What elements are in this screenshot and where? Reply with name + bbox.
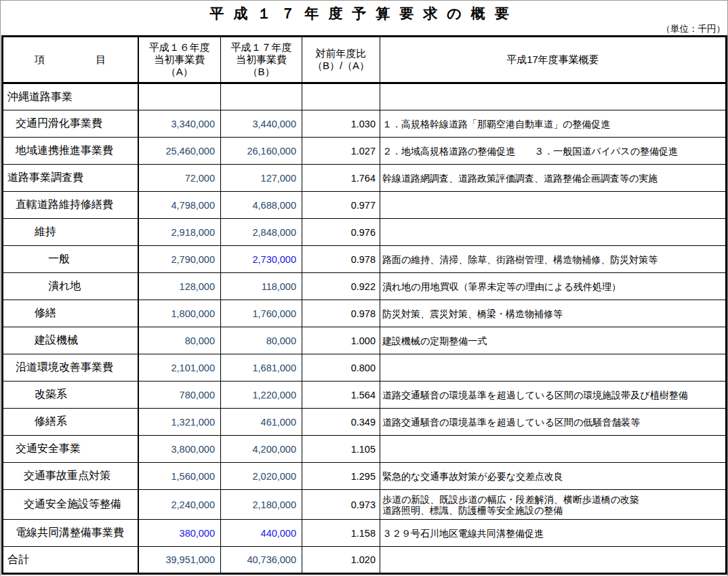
row-item-label: 地域連携推進事業費: [3, 138, 138, 165]
row-summary-text: 道路交通騒音の環境基準を超過している区間の低騒音舗装等: [380, 409, 727, 436]
row-summary-text: 建設機械の定期整備一式: [380, 327, 727, 354]
row-summary-text: 防災対策、震災対策、橋梁・構造物補修等: [380, 300, 727, 327]
row-fy16-value: 25,460,000: [138, 138, 221, 165]
row-item-label: 直轄道路維持修繕費: [3, 192, 138, 219]
row-ratio-value: 0.976: [302, 219, 380, 246]
header-year-on-year-ratio: 対前年度比 （B）/（A）: [302, 37, 380, 83]
table-row: 交通事故重点対策1,560,0002,020,0001.295緊急的な交通事故対…: [3, 463, 727, 490]
row-item-label: 維持: [3, 219, 138, 246]
unit-note: （単位：千円）: [1, 23, 727, 35]
table-row: 修繕系1,321,000461,0000.349道路交通騒音の環境基準を超過して…: [3, 409, 727, 436]
row-item-label: 潰れ地: [3, 273, 138, 300]
row-fy17-value: 2,848,000: [221, 219, 302, 246]
row-ratio-value: 0.800: [302, 354, 380, 382]
row-item-label: 沿道環境改善事業費: [3, 354, 138, 382]
row-fy17-value: 2,180,000: [221, 490, 302, 520]
row-item-label: 道路事業調査費: [3, 165, 138, 192]
row-fy17-value: 118,000: [221, 273, 302, 300]
row-summary-text: [380, 436, 727, 463]
row-summary-text: [380, 354, 727, 382]
table-row: 直轄道路維持修繕費4,798,0004,688,0000.977: [3, 192, 727, 219]
row-ratio-value: 0.922: [302, 273, 380, 300]
row-item-label: 交通事故重点対策: [3, 463, 138, 490]
table-row: 交通安全施設等整備2,240,0002,180,0000.973歩道の新設、既設…: [3, 490, 727, 520]
row-ratio-value: 0.978: [302, 300, 380, 327]
row-fy16-value: 1,560,000: [138, 463, 221, 490]
row-ratio-value: 1.020: [302, 547, 380, 574]
row-item-label: 合計: [3, 547, 138, 574]
row-ratio-value: 1.564: [302, 382, 380, 409]
table-row: 改築系780,0001,220,0001.564道路交通騒音の環境基準を超過して…: [3, 382, 727, 409]
row-fy17-value: 80,000: [221, 327, 302, 354]
row-fy17-value: 461,000: [221, 409, 302, 436]
row-item-label: 電線共同溝整備事業費: [3, 520, 138, 547]
row-fy16-value: 780,000: [138, 382, 221, 409]
row-fy17-value: 440,000: [221, 520, 302, 547]
row-item-label: 修繕系: [3, 409, 138, 436]
row-fy16-value: 3,800,000: [138, 436, 221, 463]
row-ratio-value: 1.295: [302, 463, 380, 490]
row-summary-text: 路面の維持、清掃、除草、街路樹管理、構造物補修、防災対策等: [380, 246, 727, 273]
row-item-label: 交通安全施設等整備: [3, 490, 138, 520]
row-fy17-value: 2,730,000: [221, 246, 302, 273]
table-row: 沿道環境改善事業費2,101,0001,681,0000.800: [3, 354, 727, 382]
row-fy17-value: 4,688,000: [221, 192, 302, 219]
table-row: 一般2,790,0002,730,0000.978路面の維持、清掃、除草、街路樹…: [3, 246, 727, 273]
row-summary-text: ３２９号石川地区電線共同溝整備促進: [380, 520, 727, 547]
row-summary-text: [380, 219, 727, 246]
row-summary-text: ２．地域高規格道路の整備促進 ３．一般国道バイパスの整備促進: [380, 138, 727, 165]
row-fy17-value: 1,681,000: [221, 354, 302, 382]
row-fy16-value: 4,798,000: [138, 192, 221, 219]
row-fy17-value: 1,220,000: [221, 382, 302, 409]
row-ratio-value: 1.105: [302, 436, 380, 463]
row-fy17-value: 40,736,000: [221, 547, 302, 574]
row-ratio-value: [302, 83, 380, 110]
row-fy16-value: 2,101,000: [138, 354, 221, 382]
row-ratio-value: 0.977: [302, 192, 380, 219]
row-fy16-value: 128,000: [138, 273, 221, 300]
row-ratio-value: 1.027: [302, 138, 380, 165]
row-fy17-value: 4,200,000: [221, 436, 302, 463]
row-fy16-value: 1,321,000: [138, 409, 221, 436]
row-summary-text: 潰れ地の用地買収（筆界未定等の理由による残件処理）: [380, 273, 727, 300]
row-item-label: 沖縄道路事業: [3, 83, 138, 110]
table-row: 維持2,918,0002,848,0000.976: [3, 219, 727, 246]
row-fy16-value: 2,240,000: [138, 490, 221, 520]
table-row: 建設機械80,00080,0001.000建設機械の定期整備一式: [3, 327, 727, 354]
row-ratio-value: 1.158: [302, 520, 380, 547]
row-fy16-value: 39,951,000: [138, 547, 221, 574]
row-summary-text: [380, 547, 727, 574]
row-fy16-value: [138, 83, 221, 110]
row-fy16-value: 2,790,000: [138, 246, 221, 273]
row-fy17-value: 3,440,000: [221, 110, 302, 138]
row-summary-text: 道路交通騒音の環境基準を超過している区間の環境施設帯及び植樹整備: [380, 382, 727, 409]
row-fy17-value: 1,760,000: [221, 300, 302, 327]
table-row: 沖縄道路事業: [3, 83, 727, 110]
row-fy16-value: 380,000: [138, 520, 221, 547]
header-item: 項 目: [3, 37, 138, 83]
row-fy17-value: [221, 83, 302, 110]
header-fy17-initial-cost: 平成１７年度 当初事業費 （B）: [221, 37, 302, 83]
row-fy17-value: 127,000: [221, 165, 302, 192]
row-item-label: 交通円滑化事業費: [3, 110, 138, 138]
row-summary-text: [380, 192, 727, 219]
row-item-label: 建設機械: [3, 327, 138, 354]
row-ratio-value: 0.973: [302, 490, 380, 520]
page-title: 平成１７年度予算要求の概要: [1, 1, 727, 23]
table-row: 交通円滑化事業費3,340,0003,440,0001.030１．高規格幹線道路…: [3, 110, 727, 138]
row-item-label: 修繕: [3, 300, 138, 327]
row-ratio-value: 0.978: [302, 246, 380, 273]
row-summary-text: 歩道の新設、既設歩道の幅広・段差解消、横断歩道橋の改築 道路照明、標識、防護柵等…: [380, 490, 727, 520]
header-fy16-initial-cost: 平成１６年度 当初事業費 （A）: [138, 37, 221, 83]
table-row: 道路事業調査費72,000127,0001.764幹線道路網調査、道路政策評価調…: [3, 165, 727, 192]
table-row: 潰れ地128,000118,0000.922潰れ地の用地買収（筆界未定等の理由に…: [3, 273, 727, 300]
row-fy17-value: 2,020,000: [221, 463, 302, 490]
row-summary-text: [380, 83, 727, 110]
row-fy16-value: 1,800,000: [138, 300, 221, 327]
row-fy16-value: 2,918,000: [138, 219, 221, 246]
row-item-label: 改築系: [3, 382, 138, 409]
row-fy17-value: 26,160,000: [221, 138, 302, 165]
row-item-label: 交通安全事業: [3, 436, 138, 463]
budget-table: 項 目 平成１６年度 当初事業費 （A） 平成１７年度 当初事業費 （B） 対前…: [1, 35, 727, 575]
row-ratio-value: 1.030: [302, 110, 380, 138]
